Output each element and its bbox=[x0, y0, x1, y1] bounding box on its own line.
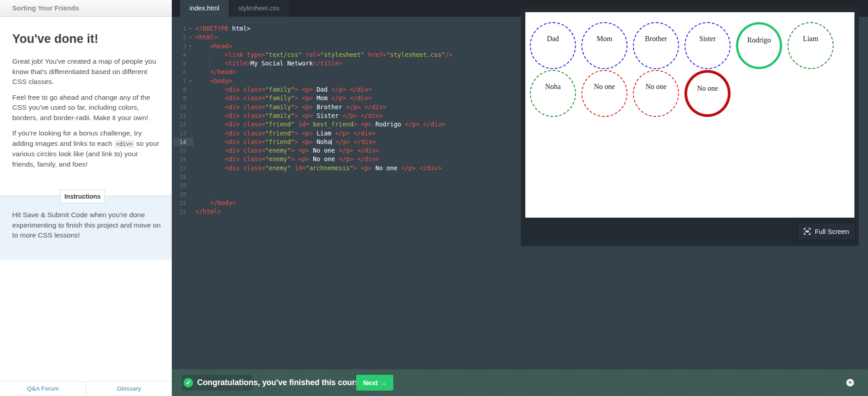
code-text: <div class="family"> <p> Mom </p> </div> bbox=[193, 94, 372, 102]
line-number: 5 bbox=[174, 59, 187, 68]
code-text bbox=[193, 191, 195, 198]
preview-circle-best_friend: Rodrigo bbox=[736, 22, 782, 69]
circle-label: No one bbox=[687, 84, 728, 93]
preview-circle-family: Brother bbox=[633, 22, 679, 69]
code-text bbox=[193, 173, 195, 180]
indent-guide bbox=[210, 51, 210, 59]
fold-gutter bbox=[187, 164, 193, 172]
fold-gutter bbox=[187, 129, 193, 138]
line-number: 12 bbox=[174, 120, 187, 129]
circle-label: Dad bbox=[531, 35, 575, 43]
preview-rows: DadMomBrotherSisterRodrigoLiamNohaNo one… bbox=[525, 12, 854, 117]
code-text: <div class="enemy"> <p> No one </p> </di… bbox=[193, 147, 379, 154]
circle-label: Brother bbox=[634, 35, 678, 43]
lesson-sidebar: Sorting Your Friends You've done it! Gre… bbox=[0, 0, 172, 396]
preview-circle-enemy: No one bbox=[581, 70, 627, 117]
line-number: 16 bbox=[174, 155, 187, 163]
fold-gutter bbox=[187, 112, 193, 120]
line-number: 21 bbox=[174, 199, 187, 207]
fold-gutter bbox=[187, 68, 193, 76]
preview-circle-archnemesis: No one bbox=[684, 70, 731, 117]
preview-circle-family: Sister bbox=[684, 22, 731, 69]
code-text: <div class="friend"> <p> Liam </p> </div… bbox=[193, 130, 375, 137]
instructions-tab-label: Instructions bbox=[60, 190, 105, 203]
fold-gutter bbox=[187, 103, 193, 112]
fold-gutter bbox=[187, 199, 193, 207]
tab-stylesheet.css[interactable]: stylesheet.css bbox=[229, 0, 289, 17]
tab-index.html[interactable]: index.html bbox=[180, 0, 229, 17]
code-text: <div class="friend" id= best_friend> <p>… bbox=[193, 121, 445, 128]
circle-label: Liam bbox=[788, 35, 833, 43]
line-number: 2 bbox=[174, 33, 187, 42]
lesson-paragraph-3: If you're looking for a bonus challenge,… bbox=[12, 128, 161, 169]
code-text: </head> bbox=[193, 68, 236, 75]
line-number: 15 bbox=[174, 146, 187, 155]
circle-label: Rodrigo bbox=[738, 36, 780, 44]
code-text: <title>My Social Network</title> bbox=[193, 60, 342, 67]
lesson-header-bar: Sorting Your Friends bbox=[0, 0, 172, 17]
congrats-message: Congratulations, you've finished this co… bbox=[197, 369, 367, 396]
line-number: 14 bbox=[174, 138, 187, 146]
preview-circle-family: Dad bbox=[530, 22, 576, 69]
lesson-header-title: Sorting Your Friends bbox=[12, 4, 79, 12]
line-number: 20 bbox=[174, 190, 187, 199]
code-text: <!DOCTYPE html> bbox=[193, 25, 250, 32]
line-number: 8 bbox=[174, 85, 187, 94]
congrats-bar: ✓ Congratulations, you've finished this … bbox=[172, 369, 868, 396]
code-text: <div class="family"> <p> Sister </p> </d… bbox=[193, 112, 383, 119]
fold-gutter bbox=[187, 146, 193, 155]
code-text: <div class="enemy"> <p> No one </p> </di… bbox=[193, 155, 379, 163]
fold-gutter bbox=[187, 190, 193, 199]
line-number: 1 bbox=[174, 24, 187, 33]
line-number: 11 bbox=[174, 112, 187, 120]
code-text: <div class="friend"> <p> Noha </p> </div… bbox=[193, 138, 376, 145]
line-number: 3 bbox=[174, 42, 187, 51]
circle-label: Mom bbox=[582, 35, 627, 43]
fold-arrow-icon[interactable]: ▾ bbox=[187, 42, 193, 51]
code-text: <link type="text/css" rel="stylesheet" h… bbox=[193, 51, 453, 58]
code-text: <div class="enemy" id="archnemesis"> <p>… bbox=[193, 164, 442, 172]
line-number: 7 bbox=[174, 77, 187, 85]
fold-arrow-icon[interactable]: ▾ bbox=[187, 33, 193, 42]
lesson-content: You've done it! Great job! You've create… bbox=[0, 17, 172, 169]
line-number: 22 bbox=[174, 207, 187, 216]
indent-guide bbox=[210, 59, 210, 68]
preview-panel: DadMomBrotherSisterRodrigoLiamNohaNo one… bbox=[521, 7, 859, 246]
qa-forum-link[interactable]: Q&A Forum bbox=[0, 382, 86, 396]
fullscreen-label: Full Screen bbox=[815, 228, 849, 235]
fold-gutter bbox=[187, 181, 193, 190]
next-button[interactable]: Next → bbox=[356, 375, 393, 391]
code-text: <div class="family"> <p> Dad </p> </div> bbox=[193, 86, 372, 93]
fullscreen-button[interactable]: Full Screen bbox=[797, 223, 856, 240]
fold-gutter bbox=[187, 120, 193, 129]
instructions-text: Hit Save & Submit Code when you're done … bbox=[12, 210, 161, 241]
lesson-paragraph-2: Feel free to go ahead and change any of … bbox=[12, 93, 161, 123]
glossary-link[interactable]: Glossary bbox=[86, 382, 172, 396]
preview-circle-friend: Noha bbox=[530, 70, 576, 117]
fold-arrow-icon[interactable]: ▾ bbox=[187, 24, 193, 33]
line-number: 13 bbox=[174, 129, 187, 138]
line-number: 9 bbox=[174, 94, 187, 102]
fold-gutter bbox=[187, 59, 193, 68]
circle-label: Noha bbox=[531, 83, 575, 91]
sidebar-footer: Q&A Forum Glossary bbox=[0, 381, 172, 396]
dismiss-button[interactable]: ✕ bbox=[846, 379, 854, 387]
line-number: 4 bbox=[174, 51, 187, 59]
preview-circle-family: Mom bbox=[581, 22, 627, 69]
line-number: 17 bbox=[174, 164, 187, 172]
code-text: <head> bbox=[193, 42, 232, 50]
fold-arrow-icon[interactable]: ▾ bbox=[187, 77, 193, 85]
inline-code-div-tag: <div> bbox=[114, 140, 134, 148]
code-text: </html> bbox=[193, 208, 221, 215]
fold-gutter bbox=[187, 138, 193, 146]
fold-gutter bbox=[187, 172, 193, 181]
line-number: 6 bbox=[174, 68, 187, 76]
instructions-panel: Instructions Hit Save & Submit Code when… bbox=[0, 196, 172, 260]
code-text: </body> bbox=[193, 199, 236, 206]
circle-label: No one bbox=[582, 83, 627, 91]
lesson-title: You've done it! bbox=[12, 32, 161, 46]
success-check-icon: ✓ bbox=[184, 378, 193, 387]
code-text: <div class="family"> <p> Brother </p> </… bbox=[193, 103, 387, 111]
preview-circle-friend: Liam bbox=[788, 22, 834, 69]
code-text: <body> bbox=[193, 77, 232, 84]
